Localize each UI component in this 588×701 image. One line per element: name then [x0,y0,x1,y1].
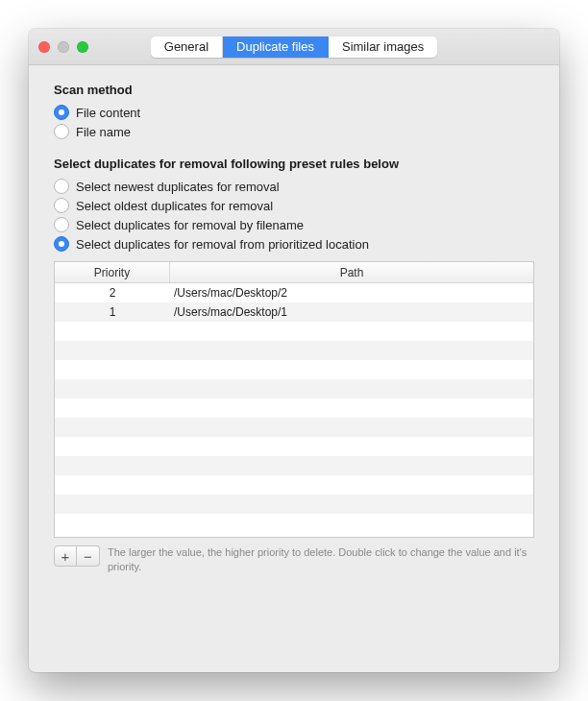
radio-icon [54,124,69,139]
table-row[interactable] [55,379,533,399]
radio-filename[interactable]: Select duplicates for removal by filenam… [54,217,534,232]
col-path[interactable]: Path [170,262,533,282]
table-row[interactable] [55,360,533,379]
radio-icon [54,236,69,252]
table-row[interactable] [55,322,533,341]
radio-icon [54,217,69,232]
window-controls [38,41,88,53]
radio-label: Select newest duplicates for removal [76,180,280,194]
radio-newest[interactable]: Select newest duplicates for removal [54,179,534,194]
content-pane: Scan method File content File name Selec… [29,65,559,592]
col-priority[interactable]: Priority [55,262,170,282]
radio-icon [54,179,69,194]
table-row[interactable]: 1 /Users/mac/Desktop/1 [55,302,533,322]
table-row[interactable] [55,514,533,533]
zoom-icon[interactable] [77,41,88,53]
radio-oldest[interactable]: Select oldest duplicates for removal [54,198,534,213]
tab-bar: General Duplicate files Similar images [151,36,437,58]
add-remove-group: + − [54,545,100,567]
rules-title: Select duplicates for removal following … [54,157,534,171]
close-icon[interactable] [38,41,50,53]
cell-priority: 1 [55,302,170,322]
radio-icon [54,198,69,213]
cell-path: /Users/mac/Desktop/2 [170,283,533,302]
cell-priority: 2 [55,283,170,302]
radio-label: Select duplicates for removal by filenam… [76,218,304,232]
table-header: Priority Path [55,262,533,283]
table-row[interactable] [55,456,533,475]
add-button[interactable]: + [54,545,77,567]
radio-label: File name [76,125,131,139]
table-row[interactable] [55,475,533,495]
radio-prioritized[interactable]: Select duplicates for removal from prior… [54,236,534,252]
minimize-icon [58,41,69,53]
table-row[interactable] [55,399,533,418]
plus-icon: + [61,548,70,565]
titlebar: General Duplicate files Similar images [29,29,559,65]
table-row[interactable] [55,341,533,360]
radio-icon [54,105,69,120]
tab-duplicate-files[interactable]: Duplicate files [223,36,329,58]
radio-label: Select duplicates for removal from prior… [76,237,369,252]
table-row[interactable]: 2 /Users/mac/Desktop/2 [55,283,533,302]
table-row[interactable] [55,418,533,437]
minus-icon: − [84,548,92,565]
tab-similar-images[interactable]: Similar images [329,36,437,58]
table-body: 2 /Users/mac/Desktop/2 1 /Users/mac/Desk… [55,283,533,533]
cell-path: /Users/mac/Desktop/1 [170,302,533,322]
hint-text: The larger the value, the higher priorit… [108,545,534,574]
tab-general[interactable]: General [151,36,223,58]
priority-table[interactable]: Priority Path 2 /Users/mac/Desktop/2 1 /… [54,261,534,538]
scan-method-title: Scan method [54,83,534,97]
preferences-window: General Duplicate files Similar images S… [29,29,559,672]
radio-file-content[interactable]: File content [54,105,534,120]
radio-file-name[interactable]: File name [54,124,534,139]
radio-label: File content [76,106,140,120]
table-row[interactable] [55,495,533,514]
table-footer: + − The larger the value, the higher pri… [54,545,534,574]
table-row[interactable] [55,437,533,456]
remove-button[interactable]: − [77,545,100,567]
radio-label: Select oldest duplicates for removal [76,199,273,213]
